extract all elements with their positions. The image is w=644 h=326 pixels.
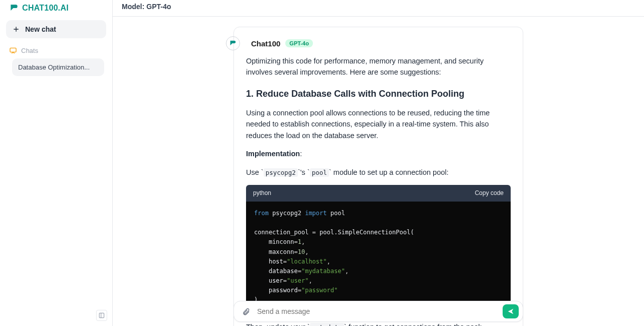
- sidebar-collapse-button[interactable]: [96, 310, 107, 321]
- chats-icon: [9, 46, 17, 54]
- main: Model: GPT-4o Chat100 GPT-4o Optimizing …: [113, 0, 644, 326]
- svg-rect-1: [99, 313, 104, 317]
- chat-item[interactable]: Database Optimization...: [12, 58, 104, 76]
- send-button[interactable]: [503, 304, 519, 318]
- code-lang: python: [253, 188, 271, 198]
- chat-list: Database Optimization...: [0, 58, 112, 79]
- plus-icon: [12, 25, 20, 33]
- attach-button[interactable]: [239, 304, 253, 318]
- model-badge: GPT-4o: [285, 39, 313, 47]
- svg-rect-0: [10, 48, 16, 52]
- composer: [233, 301, 523, 322]
- chats-section-label: Chats: [0, 44, 112, 58]
- assistant-message: Chat100 GPT-4o Optimizing this code for …: [233, 27, 523, 326]
- new-chat-label: New chat: [25, 25, 56, 33]
- brand[interactable]: CHAT100.AI: [0, 0, 112, 18]
- assistant-name: Chat100: [251, 39, 280, 48]
- section-heading: 1. Reduce Database Calls with Connection…: [246, 87, 511, 101]
- message-body: Optimizing this code for performance, me…: [246, 55, 511, 326]
- new-chat-button[interactable]: New chat: [6, 20, 106, 38]
- chat-scroll[interactable]: Chat100 GPT-4o Optimizing this code for …: [113, 17, 644, 326]
- code-block-1: python Copy code from psycopg2 import po…: [246, 185, 511, 312]
- message-input[interactable]: [253, 304, 503, 318]
- copy-code-button[interactable]: Copy code: [475, 188, 504, 198]
- brand-icon: [9, 3, 19, 13]
- assistant-avatar: [226, 36, 240, 50]
- model-label: Model: GPT-4o: [122, 3, 171, 11]
- code-body[interactable]: from psycopg2 import pool connection_poo…: [246, 202, 511, 312]
- topbar: Model: GPT-4o: [113, 0, 644, 17]
- brand-text: CHAT100.AI: [22, 4, 68, 13]
- sidebar: CHAT100.AI New chat Chats Database Optim…: [0, 0, 113, 326]
